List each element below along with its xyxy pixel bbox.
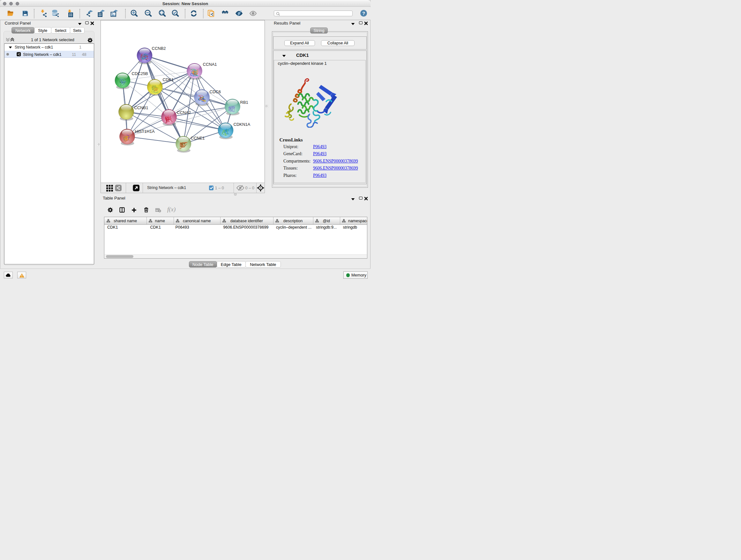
svg-text:CDK1: CDK1 [162, 77, 174, 82]
svg-text:CDC6: CDC6 [209, 89, 220, 94]
svg-text:CCNA2: CCNA2 [177, 110, 191, 115]
svg-text:RB1: RB1 [240, 100, 248, 105]
svg-text:CCNB2: CCNB2 [151, 46, 165, 51]
svg-text:CCNA1: CCNA1 [203, 62, 217, 67]
svg-text:CCNE1: CCNE1 [191, 136, 205, 140]
svg-text:CDKN1A: CDKN1A [233, 122, 250, 127]
svg-text:HIST1H1A: HIST1H1A [135, 129, 154, 133]
svg-text:CCNB1: CCNB1 [134, 105, 148, 110]
svg-text:CDC25B: CDC25B [131, 71, 148, 76]
